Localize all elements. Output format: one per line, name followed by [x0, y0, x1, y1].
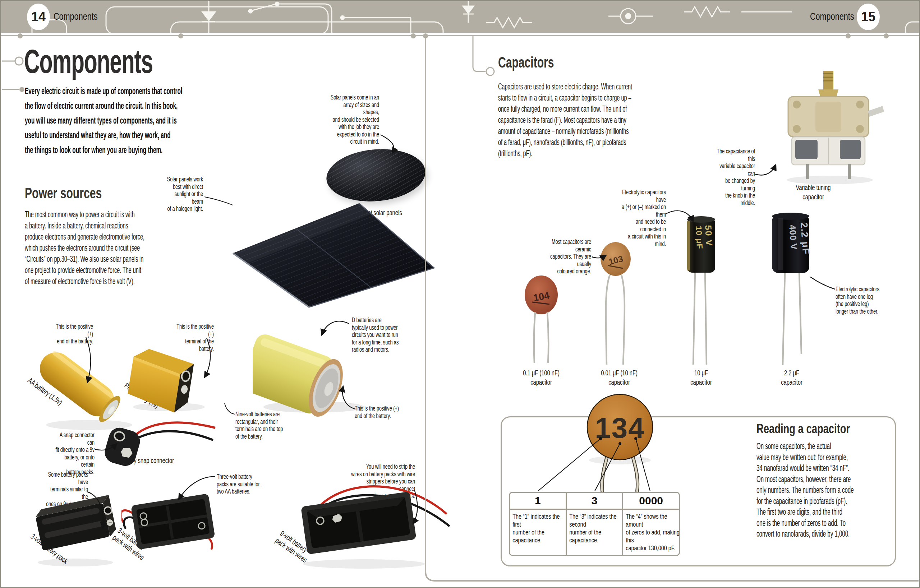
marking-10uf: 10 μF — [694, 226, 705, 249]
note-ceramic-capacitors: Most capacitors are ceramic capacitors. … — [541, 238, 591, 275]
d-battery-photo — [253, 309, 371, 417]
electrolytic-capacitor-10uf-photo: 50 V 10 μF — [681, 215, 722, 367]
3v-battery-pack-photo — [31, 495, 117, 569]
header-band — [1, 1, 920, 33]
power-sources-paragraph: The most common way to power a circuit i… — [25, 209, 144, 287]
3v-battery-pack-wires-photo — [121, 491, 215, 569]
reading-capacitor-paragraph: On some capacitors, the actual value may… — [756, 441, 854, 540]
note-leg-length: Electrolytic capacitors often have one l… — [836, 286, 883, 315]
ceramic-capacitor-104-photo: 104 — [522, 274, 561, 366]
capacitors-callout-trace — [473, 36, 486, 71]
caption-cap-10uf: 10 μF capacitor — [673, 368, 729, 387]
table-column-second-digit: 3 The “3” indicates the second number of… — [566, 493, 622, 555]
variable-tuning-capacitor-photo — [773, 69, 886, 187]
table-desc-0000: The “4” shows the amount of zeros to add… — [623, 510, 684, 555]
ceramic-capacitor-103-photo: 103 — [597, 242, 637, 367]
note-variable-capacitor: The capacitance of this variable capacit… — [711, 148, 755, 207]
capacitor-code-table: 1 The “1” indicates the first number of … — [509, 492, 680, 556]
battery-snap-connector-photo — [101, 414, 220, 471]
running-head-right: Components — [810, 11, 854, 22]
note-snap-connector: A snap connector can fit directly onto a… — [52, 431, 94, 476]
marking-400v: 400 V — [787, 224, 799, 250]
page-number-right-value: 15 — [861, 9, 875, 24]
micro-solar-panel-photo — [324, 145, 428, 205]
table-digit-1: 1 — [510, 493, 566, 510]
title-callout-node — [15, 57, 23, 65]
circuit-decoration-band — [1, 1, 920, 33]
note-solar-array: Solar panels come in an array of sizes a… — [329, 94, 379, 145]
caption-cap-22uf: 2.2 μF capacitor — [763, 368, 820, 387]
book-spread-components: 14 Components Components 15 Components E… — [0, 0, 920, 588]
table-digit-3: 3 — [567, 493, 622, 510]
electrolytic-capacitor-22uf-photo: 2.2 μF 400 V — [768, 210, 818, 368]
table-column-first-digit: 1 The “1” indicates the first number of … — [510, 493, 566, 555]
note-three-volt-packs: Three-volt battery packs are suitable fo… — [217, 473, 261, 495]
note-solar-light: Solar panels work best with direct sunli… — [164, 176, 203, 213]
page-title: Components — [24, 43, 153, 81]
marking-2.2uf: 2.2 μF — [799, 222, 811, 255]
pp3-battery-photo — [128, 336, 210, 413]
line-nine-volt — [225, 403, 235, 414]
table-digit-0000: 0000 — [623, 493, 679, 510]
header-rule — [1, 35, 920, 36]
table-desc-1: The “1” indicates the first number of th… — [510, 510, 571, 547]
running-head-left: Components — [53, 11, 97, 22]
intro-paragraph: Every electric circuit is made up of com… — [25, 84, 182, 157]
marking-50v: 50 V — [703, 225, 714, 247]
9v-battery-pack-wires-photo — [278, 483, 461, 571]
page-number-right: 15 — [857, 3, 880, 30]
capacitor-134-diagram: 134 — [580, 393, 662, 495]
intro-callout-dot — [19, 87, 24, 92]
caption-cap-01uf: 0.1 μF (100 nF) capacitor — [513, 368, 570, 387]
power-sources-heading: Power sources — [25, 184, 102, 202]
solar-panel-photo — [227, 197, 439, 312]
table-desc-3: The “3” indicates the second number of t… — [567, 510, 627, 547]
caption-cap-001uf: 0.01 μF (10 nF) capacitor — [591, 368, 648, 387]
page-number-left: 14 — [27, 3, 50, 30]
note-aa-positive: This is the positive (+) end of the batt… — [52, 323, 93, 345]
note-electrolytic-polarity: Electrolytic capacitors have a (+) or (–… — [616, 189, 666, 247]
marking-134: 134 — [595, 412, 645, 444]
capacitors-callout-node — [486, 68, 494, 76]
rule-node-dots — [18, 33, 889, 39]
capacitors-heading: Capacitors — [498, 53, 554, 71]
capacitors-paragraph: Capacitors are used to store electric ch… — [498, 81, 632, 159]
page-number-left-value: 14 — [31, 9, 45, 24]
table-column-zeros: 0000 The “4” shows the amount of zeros t… — [622, 493, 679, 555]
reading-capacitor-heading: Reading a capacitor — [756, 421, 850, 436]
